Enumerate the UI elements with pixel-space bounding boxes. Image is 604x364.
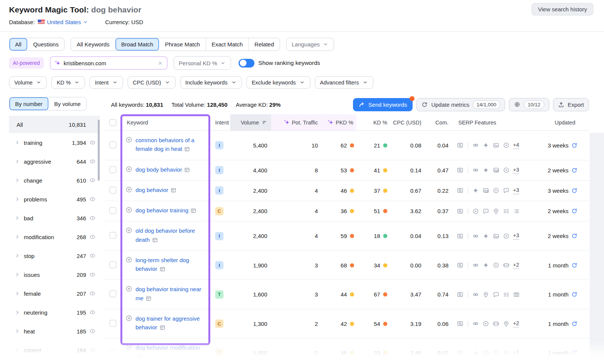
serp-preview-window-icon[interactable] (457, 167, 464, 174)
serp-preview-window-icon[interactable] (457, 350, 464, 356)
filter-intent[interactable]: Intent (89, 76, 123, 89)
diamond-serp-icon[interactable] (472, 187, 479, 194)
database-selector[interactable]: United States (38, 19, 88, 25)
video-serp-icon[interactable] (493, 320, 499, 327)
diamond-serp-icon[interactable] (482, 233, 489, 240)
column-header-intent[interactable]: Intent (211, 114, 230, 131)
play-serp-icon[interactable] (503, 233, 510, 240)
eye-icon[interactable] (89, 158, 96, 165)
list-serp-icon[interactable] (513, 208, 520, 215)
sidebar-group-heat[interactable]: heat185 (9, 322, 100, 341)
sidebar-tab-by-volume[interactable]: By volume (49, 97, 86, 110)
sidebar-group-problems[interactable]: problems495 (9, 190, 100, 209)
link-serp-icon[interactable] (472, 167, 479, 174)
keyword-link[interactable]: long-term shelter dog behavior (136, 256, 205, 275)
keyword-link[interactable]: dog behavior training near me (136, 285, 205, 304)
eye-icon[interactable] (89, 196, 96, 203)
list-columns-serp-icon[interactable] (503, 291, 510, 298)
play-serp-icon[interactable] (482, 320, 489, 327)
update-metrics-button[interactable]: Update metrics 14/1,000 (416, 98, 505, 111)
column-header-pkd[interactable]: PKD % (321, 114, 356, 131)
add-keyword-icon[interactable] (125, 344, 133, 351)
column-header-volume[interactable]: Volume (230, 114, 271, 131)
filter-kd[interactable]: KD % (51, 76, 85, 89)
refresh-metrics-icon[interactable] (571, 233, 578, 239)
video-serp-icon[interactable] (503, 262, 510, 269)
keyword-link[interactable]: dog body behavior (136, 165, 190, 175)
column-header-kd[interactable]: KD % (356, 114, 390, 131)
row-checkbox[interactable] (109, 232, 116, 239)
tab-related[interactable]: Related (249, 38, 280, 51)
send-keywords-button[interactable]: Send keywords (353, 98, 413, 111)
add-keyword-icon[interactable] (125, 227, 133, 234)
refresh-metrics-icon[interactable] (571, 262, 578, 269)
keyword-link[interactable]: common behaviors of a female dog in heat (136, 136, 205, 155)
serp-more-link[interactable]: +3 (513, 167, 519, 174)
filter-volume[interactable]: Volume (9, 76, 47, 89)
diamond-serp-icon[interactable] (482, 167, 489, 174)
serp-more-link[interactable]: +2 (513, 262, 519, 269)
diamond-serp-icon[interactable] (472, 350, 479, 356)
row-checkbox[interactable] (109, 166, 116, 173)
serp-preview-icon[interactable] (152, 237, 158, 246)
eye-icon[interactable] (89, 347, 96, 353)
serp-preview-icon[interactable] (190, 207, 197, 216)
keyword-link[interactable]: dog behavior (136, 186, 177, 196)
tab-all[interactable]: All (9, 38, 28, 51)
keyword-link[interactable]: dog behavior modification (136, 343, 205, 362)
serp-preview-icon[interactable] (137, 354, 144, 362)
keyword-link[interactable]: old dog behavior before death (136, 226, 205, 246)
refresh-metrics-icon[interactable] (571, 350, 578, 356)
serp-more-link[interactable]: +2 (513, 320, 519, 327)
serp-preview-icon[interactable] (159, 324, 166, 333)
intent-badge-i[interactable]: I (215, 232, 223, 240)
serp-preview-window-icon[interactable] (457, 291, 464, 298)
row-checkbox[interactable] (109, 290, 116, 297)
add-keyword-icon[interactable] (125, 315, 133, 322)
ad-serp-icon[interactable]: AD (513, 291, 520, 298)
tab-all-keywords[interactable]: All Keywords (71, 38, 116, 51)
intent-badge-c[interactable]: C (215, 207, 223, 215)
sidebar-group-bad[interactable]: bad346 (9, 209, 100, 227)
row-checkbox[interactable] (109, 261, 116, 268)
column-header-keyword[interactable]: Keyword (121, 114, 211, 131)
sidebar-group-training[interactable]: training1,394 (9, 133, 100, 152)
intent-badge-i[interactable]: I (215, 141, 223, 149)
refresh-metrics-icon[interactable] (571, 167, 578, 174)
intent-badge-t[interactable]: T (215, 290, 223, 299)
eye-icon[interactable] (89, 290, 96, 297)
languages-dropdown[interactable]: Languages (286, 38, 334, 51)
row-checkbox[interactable] (109, 320, 116, 327)
filter-advanced-filters[interactable]: Advanced filters (315, 76, 373, 89)
eye-icon[interactable] (89, 309, 96, 316)
refresh-metrics-icon[interactable] (571, 187, 578, 194)
serp-preview-icon[interactable] (170, 187, 177, 196)
tab-exact-match[interactable]: Exact Match (206, 38, 249, 51)
image-serp-icon[interactable] (493, 142, 499, 149)
sidebar-all-row[interactable]: All 10,831 (9, 116, 100, 133)
select-all-checkbox[interactable] (109, 119, 116, 126)
serp-more-link[interactable]: +2 (513, 349, 519, 356)
row-checkbox[interactable] (109, 141, 116, 148)
sidebar-group-aggressive[interactable]: aggressive644 (9, 152, 100, 171)
play-serp-icon[interactable] (493, 350, 499, 356)
refresh-metrics-icon[interactable] (571, 291, 578, 298)
row-checkbox[interactable] (109, 207, 116, 214)
row-checkbox[interactable] (109, 349, 116, 356)
show-ranking-keywords-toggle[interactable] (239, 59, 254, 68)
column-header-cpc[interactable]: CPC (USD) (390, 114, 429, 131)
view-search-history-button[interactable]: View search history (532, 3, 593, 15)
eye-icon[interactable] (89, 233, 96, 240)
link-serp-icon[interactable] (472, 233, 479, 240)
sidebar-group-correct[interactable]: correct184 (9, 341, 100, 359)
pin-serp-icon[interactable] (503, 320, 510, 327)
eye-icon[interactable] (89, 215, 96, 221)
eye-icon[interactable] (89, 271, 96, 278)
image-serp-icon[interactable] (493, 233, 499, 240)
image-stack-serp-icon[interactable] (482, 187, 489, 194)
question-serp-icon[interactable]: ? (482, 208, 489, 215)
serp-preview-window-icon[interactable] (457, 142, 464, 149)
play-serp-icon[interactable] (503, 167, 510, 174)
add-keyword-icon[interactable] (125, 166, 133, 173)
serp-preview-window-icon[interactable] (457, 262, 464, 269)
